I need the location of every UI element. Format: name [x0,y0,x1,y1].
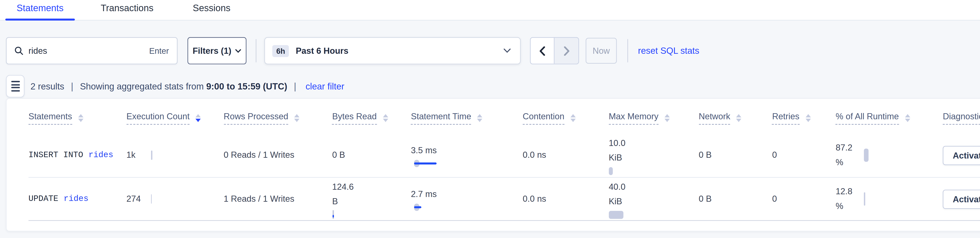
statement-cell[interactable]: INSERT INTOrides [29,133,126,177]
results-range-bold: 9:00 to 15:59 (UTC) [206,81,287,91]
results-bar: 2 results | Showing aggregated stats fro… [0,75,980,98]
statements-table-card: Statements Execution Count Rows Processe… [6,98,980,231]
tab-transactions[interactable]: Transactions [101,3,153,17]
contention-cell: 0.0 ns [523,178,609,220]
results-count: 2 results [30,81,64,91]
sort-icon[interactable] [477,114,482,122]
max-memory-cell: 40.0 KiB [609,178,699,220]
retries-cell: 0 [772,178,835,220]
column-header-execution-count: Execution Count [126,112,224,125]
bytes-read-bar [332,210,345,219]
max-memory-cell: 10.0 KiB [609,133,699,177]
chevron-left-icon [539,46,545,55]
previous-time-button[interactable] [531,38,555,64]
runtime-pct-cell: 87.2 % [835,133,943,177]
filters-button[interactable]: Filters (1) [188,37,247,64]
sort-icon[interactable] [294,114,299,122]
results-separator: | [294,81,296,91]
statement-cell[interactable]: UPDATErides [29,178,126,220]
contention-cell: 0.0 ns [523,133,609,177]
diagnostics-cell: Activate [943,178,980,220]
rows-processed-cell: 1 Reads / 1 Writes [224,178,332,220]
tabs-bar: Statements Transactions Sessions [0,0,980,21]
search-input[interactable] [29,46,149,56]
execution-count-bar [151,150,153,160]
statement-table-link[interactable]: rides [64,194,89,203]
retries-cell: 0 [772,133,835,177]
filters-button-label: Filters (1) [192,46,231,56]
sql-activity-page: Statements Transactions Sessions Enter F… [0,0,980,238]
time-range-picker[interactable]: 6h Past 6 Hours [264,37,521,64]
chevron-right-icon [563,46,570,55]
column-header-diagnostics: Diagnostics [943,112,980,125]
rows-processed-cell: 0 Reads / 1 Writes [224,133,332,177]
network-cell: 0 B [699,133,772,177]
results-separator: | [71,81,73,91]
statement-time-bar [411,203,450,211]
time-range-label: Past 6 Hours [296,46,504,56]
execution-count-cell: 1k [126,133,224,177]
column-header-bytes-read: Bytes Read [332,112,411,125]
results-range-text: Showing aggregated stats from 9:00 to 15… [80,81,287,91]
statement-time-cell: 2.7 ms [411,178,523,220]
sort-icon[interactable] [736,114,741,122]
activate-diagnostics-button[interactable]: Activate [943,189,980,209]
toolbar-divider [627,39,628,62]
bytes-read-cell: 0 B [332,133,411,177]
chevron-down-icon [235,49,241,53]
sort-icon[interactable] [196,114,201,122]
table-row: UPDATErides 274 1 Reads / 1 Writes 124.6… [29,177,980,220]
execution-count-bar [151,194,152,203]
sort-icon[interactable] [805,114,811,122]
column-selector-button[interactable] [6,75,24,97]
next-time-button[interactable] [555,38,578,64]
search-icon [14,46,23,55]
search-box[interactable]: Enter [6,37,177,64]
diagnostics-cell: Activate [943,133,980,177]
list-icon [11,81,20,91]
sort-icon[interactable] [78,114,83,122]
column-header-contention: Contention [523,112,609,125]
toolbar: Enter Filters (1) 6h Past 6 Hours [0,37,980,64]
time-range-badge: 6h [272,45,289,57]
max-memory-bar [609,211,623,219]
active-tab-underline [5,19,75,21]
activate-diagnostics-button[interactable]: Activate [943,145,980,165]
statement-table-link[interactable]: rides [88,150,113,160]
chevron-down-icon [504,48,511,53]
search-enter-hint: Enter [149,46,169,55]
tab-sessions[interactable]: Sessions [193,3,231,17]
clear-filter-link[interactable]: clear filter [305,81,344,91]
network-cell: 0 B [699,178,772,220]
column-header-network: Network [699,112,772,125]
tab-statements[interactable]: Statements [5,3,75,17]
toolbar-divider [256,39,256,62]
bytes-read-cell: 124.6 B [332,178,411,220]
sort-icon[interactable] [570,114,576,122]
runtime-pct-cell: 12.8 % [835,178,943,220]
table-row: INSERT INTOrides 1k 0 Reads / 1 Writes 0… [29,133,980,177]
results-summary: 2 results | Showing aggregated stats fro… [30,75,344,97]
max-memory-bar [609,167,613,175]
sort-icon[interactable] [383,114,388,122]
column-header-retries: Retries [772,112,835,125]
tabs-baseline [0,20,980,21]
column-header-statement-time: Statement Time [411,112,523,125]
table-header-row: Statements Execution Count Rows Processe… [29,99,980,133]
column-header-rows-processed: Rows Processed [224,112,332,125]
statement-time-cell: 3.5 ms [411,133,523,177]
column-header-runtime-pct: % of All Runtime [835,112,943,125]
column-header-max-memory: Max Memory [609,112,699,125]
runtime-pct-bar [864,192,865,206]
execution-count-cell: 274 [126,178,224,220]
column-header-statements: Statements [29,112,126,125]
reset-sql-stats-link[interactable]: reset SQL stats [638,37,699,64]
table-bottom-border [29,220,980,221]
statement-time-bar [411,160,450,168]
time-step-buttons [530,37,579,64]
sort-icon[interactable] [665,114,670,122]
now-button[interactable]: Now [585,38,617,64]
sort-icon[interactable] [905,114,910,122]
runtime-pct-bar [864,149,869,162]
